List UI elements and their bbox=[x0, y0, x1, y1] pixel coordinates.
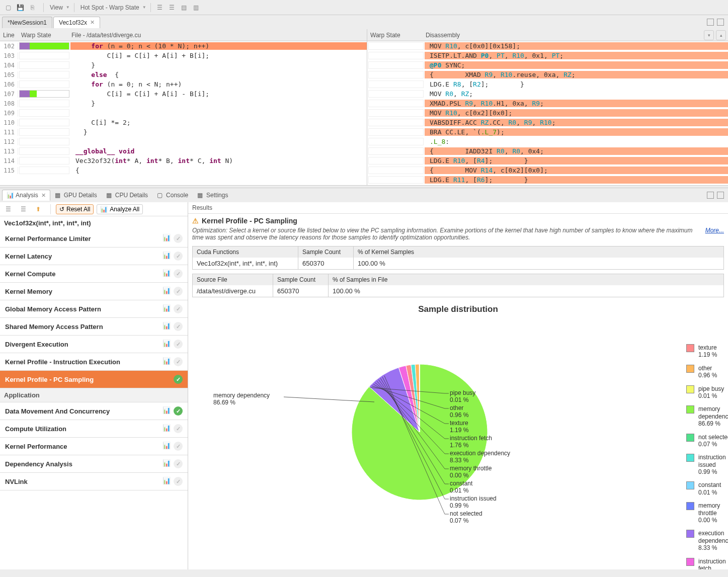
asm-line[interactable]: BRA CC.LE, `(.L_7); bbox=[367, 127, 728, 137]
asm-line[interactable]: { IADD32I R0, R0, 0x4; bbox=[367, 146, 728, 156]
table-row[interactable]: Vec1of32x(int*, int*, int*, int) 650370 … bbox=[193, 258, 723, 269]
source-line[interactable]: 114Vec32of32(int* A, int* B, int* C, int… bbox=[0, 156, 367, 166]
chart-icon[interactable]: 📊 bbox=[163, 252, 171, 260]
tree-icon[interactable]: ☰ bbox=[18, 204, 28, 214]
source-line[interactable]: 115{ bbox=[0, 166, 367, 175]
chevron-up-icon[interactable]: ▴ bbox=[716, 30, 726, 40]
source-line[interactable]: 105 else { bbox=[0, 70, 367, 79]
analysis-item[interactable]: Kernel Profile - Instruction Execution📊✓ bbox=[0, 353, 188, 371]
cuda-functions-table: Cuda Functions Sample Count % of Kernel … bbox=[192, 246, 724, 270]
pie-callout: instruction fetch1.76 % bbox=[450, 435, 492, 449]
asm-line[interactable]: .L_8: bbox=[367, 137, 728, 146]
source-line[interactable]: 112 bbox=[0, 137, 367, 146]
chart-icon[interactable]: 📊 bbox=[163, 304, 171, 312]
chevron-down-icon[interactable]: ▾ bbox=[704, 30, 714, 40]
save-icon[interactable]: 💾 bbox=[15, 3, 25, 13]
table-row[interactable]: /data/test/diverge.cu 650370 100.00 % bbox=[193, 285, 723, 297]
hotspot-menu[interactable]: Hot Spot - Warp State bbox=[78, 4, 141, 11]
tool-icon-3[interactable]: ▤ bbox=[179, 3, 189, 13]
legend-item: instruction issued0.99 % bbox=[686, 454, 728, 475]
tab-console[interactable]: ▢Console bbox=[152, 190, 193, 201]
source-line[interactable]: 102 for (n = 0; n < (10 * N); n++) bbox=[0, 41, 367, 51]
asm-line[interactable]: XMAD.PSL R9, R10.H1, 0xa, R9; bbox=[367, 99, 728, 108]
chart-icon[interactable]: 📊 bbox=[163, 477, 171, 485]
close-icon[interactable]: ✕ bbox=[90, 19, 95, 26]
source-line[interactable]: 110 C[i] *= 2; bbox=[0, 118, 367, 127]
chart-icon[interactable]: 📊 bbox=[163, 424, 171, 432]
source-line[interactable]: 108 } bbox=[0, 99, 367, 108]
asm-line[interactable]: MOV R0, RZ; bbox=[367, 89, 728, 99]
analysis-toolbar: ☰ ☰ ⬆ ↺Reset All 📊Analyze All bbox=[0, 202, 188, 216]
analysis-item[interactable]: Compute Utilization📊✓ bbox=[0, 420, 188, 438]
status-icon: ✓ bbox=[174, 477, 183, 486]
asm-line[interactable]: LDG.E R8, [R2]; } bbox=[367, 79, 728, 89]
maximize-icon[interactable] bbox=[717, 19, 724, 26]
close-icon[interactable]: ✕ bbox=[41, 192, 46, 199]
tool-icon-4[interactable]: ▥ bbox=[191, 3, 201, 13]
more-link[interactable]: More... bbox=[705, 227, 724, 241]
new-icon[interactable]: ▢ bbox=[3, 3, 13, 13]
analysis-item[interactable]: Kernel Compute📊✓ bbox=[0, 265, 188, 283]
source-line[interactable]: 104 } bbox=[0, 60, 367, 70]
asm-body[interactable]: MOV R10, c[0x0][0x158];ISETP.LT.AND P0, … bbox=[367, 41, 728, 185]
analysis-item[interactable]: Dependency Analysis📊✓ bbox=[0, 455, 188, 473]
results-description: Optimization: Select a kernel or source … bbox=[188, 226, 728, 244]
tab-new-session[interactable]: *NewSession1 bbox=[2, 17, 52, 28]
tab-vec1of32x[interactable]: Vec1of32x ✕ bbox=[53, 17, 100, 28]
tab-cpu-details[interactable]: ▦CPU Details bbox=[102, 190, 152, 201]
asm-line[interactable]: LDG.E R10, [R4]; } bbox=[367, 156, 728, 166]
chart-icon[interactable]: 📊 bbox=[163, 234, 171, 242]
analysis-item[interactable]: Kernel Performance Limiter📊✓ bbox=[0, 230, 188, 248]
chart-icon[interactable]: 📊 bbox=[163, 357, 171, 365]
asm-line[interactable]: @P0 SYNC; bbox=[367, 60, 728, 70]
analysis-item[interactable]: Kernel Memory📊✓ bbox=[0, 283, 188, 300]
reset-all-button[interactable]: ↺Reset All bbox=[56, 204, 94, 214]
minimize-icon[interactable] bbox=[707, 192, 714, 199]
source-body[interactable]: 102 for (n = 0; n < (10 * N); n++)103 C[… bbox=[0, 41, 367, 185]
legend-item: not selected0.07 % bbox=[686, 434, 728, 448]
source-line[interactable]: 113__global__ void bbox=[0, 146, 367, 156]
analysis-item[interactable]: Shared Memory Access Pattern📊✓ bbox=[0, 318, 188, 336]
chart-icon[interactable]: 📊 bbox=[163, 322, 171, 330]
chart-icon[interactable]: 📊 bbox=[163, 287, 171, 295]
analysis-item[interactable]: Data Movement And Concurrency📊✓ bbox=[0, 402, 188, 420]
minimize-icon[interactable] bbox=[707, 19, 714, 26]
asm-line[interactable]: { MOV R14, c[0x2][0x0]; bbox=[367, 166, 728, 175]
source-line[interactable]: 111 } bbox=[0, 127, 367, 137]
chart-icon[interactable]: 📊 bbox=[163, 442, 171, 450]
status-icon: ✓ bbox=[174, 322, 183, 331]
tool-icon-1[interactable]: ☰ bbox=[155, 3, 165, 13]
view-menu[interactable]: View bbox=[48, 4, 65, 11]
asm-line[interactable]: { XMAD R9, R10.reuse, 0xa, RZ; bbox=[367, 70, 728, 79]
source-line[interactable]: 106 for (n = 0; n < N; n++) bbox=[0, 79, 367, 89]
analysis-item[interactable]: Kernel Latency📊✓ bbox=[0, 248, 188, 265]
analysis-item[interactable]: Kernel Profile - PC Sampling✓ bbox=[0, 371, 188, 388]
asm-line[interactable]: VABSDIFF.ACC RZ.CC, R0, R9, R10; bbox=[367, 118, 728, 127]
source-line[interactable]: 107 C[i] = C[i] + A[i] - B[i]; bbox=[0, 89, 367, 99]
source-line[interactable]: 109 bbox=[0, 108, 367, 118]
tab-settings[interactable]: ▦Settings bbox=[193, 190, 232, 201]
up-icon[interactable]: ⬆ bbox=[33, 204, 43, 214]
asm-line[interactable]: MOV R10, c[0x0][0x158]; bbox=[367, 41, 728, 51]
analysis-item[interactable]: Kernel Performance📊✓ bbox=[0, 438, 188, 455]
tab-gpu-details[interactable]: ▦GPU Details bbox=[50, 190, 102, 201]
analysis-item[interactable]: Global Memory Access Pattern📊✓ bbox=[0, 300, 188, 318]
gpu-icon: ▦ bbox=[55, 192, 62, 199]
chart-icon[interactable]: 📊 bbox=[163, 459, 171, 467]
asm-line[interactable]: MOV R10, c[0x2][0x0]; bbox=[367, 108, 728, 118]
asm-line[interactable]: ISETP.LT.AND P0, PT, R10, 0x1, PT; bbox=[367, 51, 728, 60]
analysis-item[interactable]: NVLink📊✓ bbox=[0, 473, 188, 490]
asm-line[interactable]: LDG.E R11, [R6]; } bbox=[367, 175, 728, 185]
maximize-icon[interactable] bbox=[717, 192, 724, 199]
tab-analysis[interactable]: 📊 Analysis ✕ bbox=[2, 190, 50, 201]
chart-icon[interactable]: 📊 bbox=[163, 269, 171, 277]
tool-icon-2[interactable]: ☰ bbox=[167, 3, 177, 13]
analyze-all-button[interactable]: 📊Analyze All bbox=[97, 204, 143, 214]
chart-icon[interactable]: 📊 bbox=[163, 406, 171, 415]
list-icon[interactable]: ☰ bbox=[3, 204, 13, 214]
analysis-item[interactable]: Divergent Execution📊✓ bbox=[0, 336, 188, 353]
chart-icon[interactable]: 📊 bbox=[163, 340, 171, 348]
source-line[interactable]: 103 C[i] = C[i] + A[i] + B[i]; bbox=[0, 51, 367, 60]
save-all-icon[interactable]: ⎘ bbox=[27, 3, 37, 13]
analysis-area: ☰ ☰ ⬆ ↺Reset All 📊Analyze All Vec1of32x(… bbox=[0, 202, 728, 569]
